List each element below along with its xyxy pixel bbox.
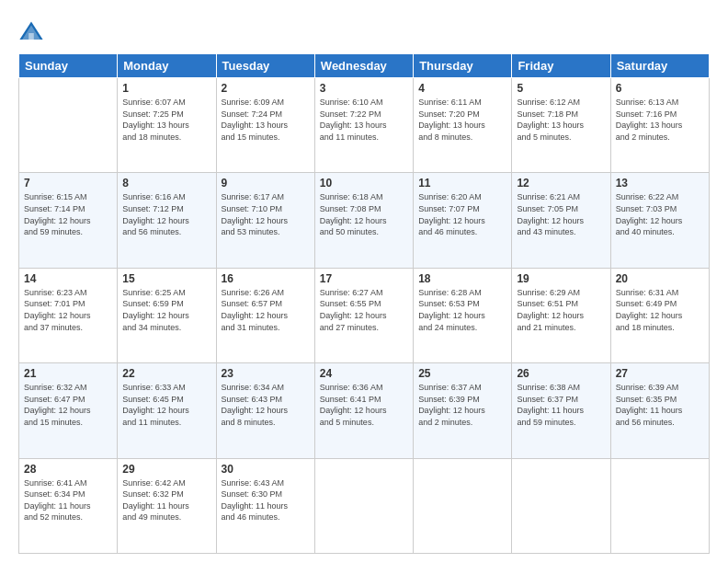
calendar-cell xyxy=(19,78,118,173)
day-number: 5 xyxy=(517,82,605,95)
day-info: Sunrise: 6:11 AM Sunset: 7:20 PM Dayligh… xyxy=(418,97,506,143)
day-info: Sunrise: 6:16 AM Sunset: 7:12 PM Dayligh… xyxy=(122,191,210,237)
calendar-table: SundayMondayTuesdayWednesdayThursdayFrid… xyxy=(18,53,710,554)
day-number: 11 xyxy=(418,177,506,190)
day-of-week-wednesday: Wednesday xyxy=(314,54,413,78)
calendar-cell: 7Sunrise: 6:15 AM Sunset: 7:14 PM Daylig… xyxy=(19,173,118,268)
calendar-cell: 22Sunrise: 6:33 AM Sunset: 6:45 PM Dayli… xyxy=(118,363,216,458)
page: SundayMondayTuesdayWednesdayThursdayFrid… xyxy=(0,0,728,563)
day-info: Sunrise: 6:23 AM Sunset: 7:01 PM Dayligh… xyxy=(24,287,112,333)
calendar-cell: 30Sunrise: 6:43 AM Sunset: 6:30 PM Dayli… xyxy=(216,458,314,553)
day-info: Sunrise: 6:36 AM Sunset: 6:41 PM Dayligh… xyxy=(320,382,408,428)
calendar-cell: 9Sunrise: 6:17 AM Sunset: 7:10 PM Daylig… xyxy=(216,173,314,268)
day-number: 28 xyxy=(24,463,112,476)
day-number: 7 xyxy=(24,177,112,190)
day-number: 17 xyxy=(320,272,408,285)
day-info: Sunrise: 6:12 AM Sunset: 7:18 PM Dayligh… xyxy=(517,97,605,143)
calendar-cell: 24Sunrise: 6:36 AM Sunset: 6:41 PM Dayli… xyxy=(314,363,413,458)
day-number: 21 xyxy=(24,367,112,380)
day-info: Sunrise: 6:09 AM Sunset: 7:24 PM Dayligh… xyxy=(222,97,310,143)
day-of-week-friday: Friday xyxy=(512,54,610,78)
day-number: 23 xyxy=(222,367,310,380)
day-info: Sunrise: 6:32 AM Sunset: 6:47 PM Dayligh… xyxy=(24,382,112,428)
days-of-week-row: SundayMondayTuesdayWednesdayThursdayFrid… xyxy=(19,54,710,78)
day-info: Sunrise: 6:21 AM Sunset: 7:05 PM Dayligh… xyxy=(517,191,605,237)
calendar-cell: 28Sunrise: 6:41 AM Sunset: 6:34 PM Dayli… xyxy=(19,458,118,553)
day-number: 18 xyxy=(418,272,506,285)
day-info: Sunrise: 6:43 AM Sunset: 6:30 PM Dayligh… xyxy=(222,477,310,523)
day-number: 9 xyxy=(222,177,310,190)
day-number: 14 xyxy=(24,272,112,285)
calendar-cell: 17Sunrise: 6:27 AM Sunset: 6:55 PM Dayli… xyxy=(314,268,413,362)
calendar-cell: 14Sunrise: 6:23 AM Sunset: 7:01 PM Dayli… xyxy=(19,268,118,362)
calendar-cell: 11Sunrise: 6:20 AM Sunset: 7:07 PM Dayli… xyxy=(414,173,512,268)
day-number: 22 xyxy=(122,367,210,380)
day-number: 20 xyxy=(616,272,704,285)
day-number: 29 xyxy=(122,463,210,476)
calendar-cell: 29Sunrise: 6:42 AM Sunset: 6:32 PM Dayli… xyxy=(118,458,216,553)
calendar-cell: 10Sunrise: 6:18 AM Sunset: 7:08 PM Dayli… xyxy=(314,173,413,268)
day-info: Sunrise: 6:31 AM Sunset: 6:49 PM Dayligh… xyxy=(616,287,704,333)
day-info: Sunrise: 6:25 AM Sunset: 6:59 PM Dayligh… xyxy=(122,287,210,333)
calendar-cell: 4Sunrise: 6:11 AM Sunset: 7:20 PM Daylig… xyxy=(414,78,512,173)
day-number: 1 xyxy=(122,82,210,95)
calendar-cell: 5Sunrise: 6:12 AM Sunset: 7:18 PM Daylig… xyxy=(512,78,610,173)
calendar-body: 1Sunrise: 6:07 AM Sunset: 7:25 PM Daylig… xyxy=(19,78,710,554)
day-number: 2 xyxy=(222,82,310,95)
logo xyxy=(18,20,48,46)
day-number: 3 xyxy=(320,82,408,95)
day-info: Sunrise: 6:37 AM Sunset: 6:39 PM Dayligh… xyxy=(418,382,506,428)
day-number: 19 xyxy=(517,272,605,285)
day-info: Sunrise: 6:18 AM Sunset: 7:08 PM Dayligh… xyxy=(320,191,408,237)
day-number: 13 xyxy=(616,177,704,190)
day-number: 16 xyxy=(222,272,310,285)
day-number: 10 xyxy=(320,177,408,190)
day-info: Sunrise: 6:38 AM Sunset: 6:37 PM Dayligh… xyxy=(517,382,605,428)
calendar-cell: 23Sunrise: 6:34 AM Sunset: 6:43 PM Dayli… xyxy=(216,363,314,458)
day-number: 24 xyxy=(320,367,408,380)
calendar-cell: 3Sunrise: 6:10 AM Sunset: 7:22 PM Daylig… xyxy=(314,78,413,173)
calendar-cell xyxy=(314,458,413,553)
day-info: Sunrise: 6:22 AM Sunset: 7:03 PM Dayligh… xyxy=(616,191,704,237)
day-info: Sunrise: 6:26 AM Sunset: 6:57 PM Dayligh… xyxy=(222,287,310,333)
calendar-cell: 6Sunrise: 6:13 AM Sunset: 7:16 PM Daylig… xyxy=(610,78,709,173)
day-info: Sunrise: 6:33 AM Sunset: 6:45 PM Dayligh… xyxy=(122,382,210,428)
day-info: Sunrise: 6:28 AM Sunset: 6:53 PM Dayligh… xyxy=(418,287,506,333)
calendar-cell: 19Sunrise: 6:29 AM Sunset: 6:51 PM Dayli… xyxy=(512,268,610,362)
week-row-4: 28Sunrise: 6:41 AM Sunset: 6:34 PM Dayli… xyxy=(19,458,710,553)
calendar-cell: 21Sunrise: 6:32 AM Sunset: 6:47 PM Dayli… xyxy=(19,363,118,458)
calendar-cell: 12Sunrise: 6:21 AM Sunset: 7:05 PM Dayli… xyxy=(512,173,610,268)
day-number: 30 xyxy=(222,463,310,476)
day-number: 25 xyxy=(418,367,506,380)
day-info: Sunrise: 6:34 AM Sunset: 6:43 PM Dayligh… xyxy=(222,382,310,428)
week-row-1: 7Sunrise: 6:15 AM Sunset: 7:14 PM Daylig… xyxy=(19,173,710,268)
day-info: Sunrise: 6:07 AM Sunset: 7:25 PM Dayligh… xyxy=(122,97,210,143)
calendar-cell: 20Sunrise: 6:31 AM Sunset: 6:49 PM Dayli… xyxy=(610,268,709,362)
week-row-2: 14Sunrise: 6:23 AM Sunset: 7:01 PM Dayli… xyxy=(19,268,710,362)
day-info: Sunrise: 6:15 AM Sunset: 7:14 PM Dayligh… xyxy=(24,191,112,237)
calendar-cell xyxy=(610,458,709,553)
svg-rect-2 xyxy=(28,33,34,40)
day-of-week-monday: Monday xyxy=(118,54,216,78)
calendar-cell: 16Sunrise: 6:26 AM Sunset: 6:57 PM Dayli… xyxy=(216,268,314,362)
day-of-week-saturday: Saturday xyxy=(610,54,709,78)
day-of-week-tuesday: Tuesday xyxy=(216,54,314,78)
day-number: 27 xyxy=(616,367,704,380)
calendar-cell: 2Sunrise: 6:09 AM Sunset: 7:24 PM Daylig… xyxy=(216,78,314,173)
calendar-cell: 8Sunrise: 6:16 AM Sunset: 7:12 PM Daylig… xyxy=(118,173,216,268)
day-info: Sunrise: 6:13 AM Sunset: 7:16 PM Dayligh… xyxy=(616,97,704,143)
day-info: Sunrise: 6:42 AM Sunset: 6:32 PM Dayligh… xyxy=(122,477,210,523)
day-info: Sunrise: 6:29 AM Sunset: 6:51 PM Dayligh… xyxy=(517,287,605,333)
calendar-cell: 1Sunrise: 6:07 AM Sunset: 7:25 PM Daylig… xyxy=(118,78,216,173)
day-info: Sunrise: 6:17 AM Sunset: 7:10 PM Dayligh… xyxy=(222,191,310,237)
week-row-3: 21Sunrise: 6:32 AM Sunset: 6:47 PM Dayli… xyxy=(19,363,710,458)
day-number: 26 xyxy=(517,367,605,380)
logo-icon xyxy=(18,20,44,46)
day-of-week-thursday: Thursday xyxy=(414,54,512,78)
day-number: 6 xyxy=(616,82,704,95)
calendar-header: SundayMondayTuesdayWednesdayThursdayFrid… xyxy=(19,54,710,78)
day-info: Sunrise: 6:39 AM Sunset: 6:35 PM Dayligh… xyxy=(616,382,704,428)
calendar-cell: 18Sunrise: 6:28 AM Sunset: 6:53 PM Dayli… xyxy=(414,268,512,362)
week-row-0: 1Sunrise: 6:07 AM Sunset: 7:25 PM Daylig… xyxy=(19,78,710,173)
day-of-week-sunday: Sunday xyxy=(19,54,118,78)
